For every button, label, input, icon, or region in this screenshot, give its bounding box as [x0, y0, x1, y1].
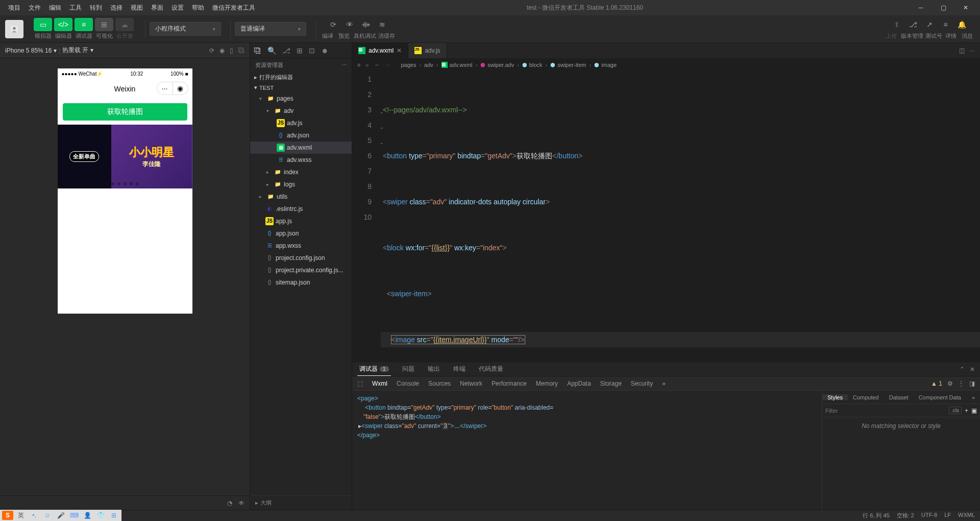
test-section[interactable]: ▾TEST	[250, 83, 352, 92]
file-app-wxss[interactable]: ☰app.wxss	[250, 240, 352, 252]
version-button[interactable]: ⎇	[905, 18, 921, 31]
filter-input[interactable]	[825, 408, 949, 414]
menu-view[interactable]: 视图	[127, 0, 147, 15]
menu-help[interactable]: 帮助	[188, 0, 208, 15]
avatar[interactable]	[5, 20, 23, 38]
bc-image[interactable]: ⬢image	[594, 62, 617, 68]
tab-debugger[interactable]: 调试器1	[357, 362, 391, 376]
code-content[interactable]: <!--pages/adv/adv.wxml--> <button type="…	[381, 72, 980, 362]
editor-toggle[interactable]: </>	[54, 18, 72, 31]
debugger-toggle[interactable]: ≡	[75, 18, 93, 31]
bookmark-icon[interactable]: ⟐	[365, 62, 369, 68]
file-app-js[interactable]: JSapp.js	[250, 215, 352, 227]
elements-tree[interactable]: <page> <button bindtap="getAdv" type="pr…	[352, 391, 822, 510]
bc-swiper-adv[interactable]: ⬢swiper.adv	[480, 62, 514, 68]
more-icon[interactable]: »	[967, 394, 980, 400]
more-icon[interactable]: ···	[342, 61, 347, 69]
search-icon[interactable]: 🔍	[267, 46, 276, 55]
menu-interface[interactable]: 界面	[147, 0, 167, 15]
sim-eye-icon[interactable]: 👁	[238, 500, 244, 507]
ime-person-icon[interactable]: 👤	[82, 511, 93, 520]
tab-problems[interactable]: 问题	[400, 362, 416, 376]
file-sitemap[interactable]: {}sitemap.json	[250, 276, 352, 289]
dock-icon[interactable]: ◨	[969, 380, 975, 387]
tab-storage[interactable]: Storage	[600, 380, 622, 387]
git-icon[interactable]: ⎇	[282, 46, 290, 55]
file-eslintrc[interactable]: ◐.eslintrc.js	[250, 203, 352, 215]
ime-keyboard-icon[interactable]: ⌨	[68, 511, 80, 520]
tab-performance[interactable]: Performance	[492, 380, 527, 387]
mode-dropdown[interactable]: 小程序模式	[150, 22, 221, 36]
ime-toolbox-icon[interactable]: ⊞	[108, 511, 119, 520]
file-adv-js[interactable]: JSadv.js	[250, 117, 352, 129]
bc-block[interactable]: ⬢block	[522, 62, 543, 68]
tab-styles[interactable]: Styles	[822, 394, 848, 400]
visualize-toggle[interactable]: ⊞	[95, 18, 113, 31]
menu-edit[interactable]: 编辑	[45, 0, 65, 15]
indent-setting[interactable]: 空格: 2	[897, 512, 914, 519]
menu-goto[interactable]: 转到	[86, 0, 106, 15]
tab-component-data[interactable]: Component Data	[914, 394, 966, 400]
sim-gauge-icon[interactable]: ◔	[227, 500, 232, 507]
list-icon[interactable]: ≡	[357, 62, 360, 68]
device-icon[interactable]: ▯	[230, 47, 233, 54]
testid-button[interactable]: ↗	[922, 18, 937, 31]
close-panel-icon[interactable]: ✕	[970, 366, 975, 373]
maximize-button[interactable]: ▢	[933, 0, 953, 15]
build-icon[interactable]: ⊡	[309, 46, 315, 55]
warning-badge[interactable]: ▲ 1	[931, 380, 942, 387]
preview-button[interactable]: 👁	[342, 18, 357, 31]
add-icon[interactable]: +	[962, 407, 971, 414]
detail-button[interactable]: ≡	[938, 18, 953, 31]
pin-icon[interactable]: ▣	[971, 407, 977, 414]
collapse-icon[interactable]: ⌃	[960, 366, 965, 373]
message-button[interactable]: 🔔	[954, 18, 970, 31]
close-icon[interactable]: ✕	[397, 47, 402, 54]
tab-dataset[interactable]: Dataset	[884, 394, 914, 400]
more-icon[interactable]: ···	[970, 47, 975, 54]
clear-cache-button[interactable]: ≋	[375, 18, 390, 31]
capsule-menu-icon[interactable]: ···	[157, 82, 173, 94]
more-tabs-icon[interactable]: »	[662, 380, 666, 387]
split-icon[interactable]: ◫	[959, 47, 965, 54]
tab-wxml[interactable]: Wxml	[372, 380, 387, 387]
file-project-private[interactable]: {}project.private.config.js...	[250, 264, 352, 276]
capsule-close-icon[interactable]: ◉	[173, 82, 188, 94]
outline-section[interactable]: ▸大纲	[250, 495, 352, 510]
tab-security[interactable]: Security	[631, 380, 653, 387]
remote-debug-button[interactable]: ⟴	[358, 18, 374, 31]
ime-toolbar[interactable]: S 英 •, ☺ 🎤 ⌨ 👤 👕 ⊞	[0, 510, 121, 521]
menu-select[interactable]: 选择	[106, 0, 127, 15]
ime-lang-icon[interactable]: 英	[15, 511, 27, 520]
capsule-buttons[interactable]: ···◉	[157, 82, 188, 95]
tab-computed[interactable]: Computed	[848, 394, 884, 400]
close-button[interactable]: ✕	[955, 0, 976, 15]
bc-adv[interactable]: adv	[424, 62, 433, 68]
bc-adv-wxml[interactable]: ▦adv.wxml	[442, 62, 473, 68]
hotreload-toggle[interactable]: 热重载 开 ▾	[62, 46, 93, 55]
kebab-icon[interactable]: ⋮	[958, 380, 964, 387]
compile-dropdown[interactable]: 普通编译	[235, 22, 306, 36]
folder-adv[interactable]: ▾📁adv	[250, 105, 352, 117]
record-icon[interactable]: ◉	[219, 47, 225, 54]
phone-frame[interactable]: ●●●●● WeChat⚡ 10:32 100% ■ Weixin ···◉ 获…	[58, 68, 192, 314]
swiper-component[interactable]: 全新单曲 小小明星 李佳隆	[58, 125, 192, 188]
file-app-json[interactable]: {}app.json	[250, 227, 352, 240]
cls-button[interactable]: .cls	[949, 407, 962, 414]
menu-file[interactable]: 文件	[24, 0, 45, 15]
tab-appdata[interactable]: AppData	[567, 380, 591, 387]
detach-icon[interactable]: ⿻	[238, 47, 244, 54]
tab-output[interactable]: 输出	[426, 362, 442, 376]
eol[interactable]: LF	[944, 512, 951, 519]
tab-console[interactable]: Console	[397, 380, 419, 387]
file-project-config[interactable]: {}project.config.json	[250, 252, 352, 264]
simulator-toggle[interactable]: ▭	[34, 18, 52, 31]
bc-pages[interactable]: pages	[401, 62, 416, 68]
tab-sources[interactable]: Sources	[428, 380, 451, 387]
menu-settings[interactable]: 设置	[167, 0, 188, 15]
ime-skin-icon[interactable]: 👕	[95, 511, 106, 520]
upload-button[interactable]: ⬆	[889, 18, 904, 31]
tab-adv-wxml[interactable]: ▦adv.wxml✕	[352, 43, 408, 58]
tab-network[interactable]: Network	[460, 380, 482, 387]
device-selector[interactable]: iPhone 5 85% 16 ▾	[5, 47, 57, 54]
